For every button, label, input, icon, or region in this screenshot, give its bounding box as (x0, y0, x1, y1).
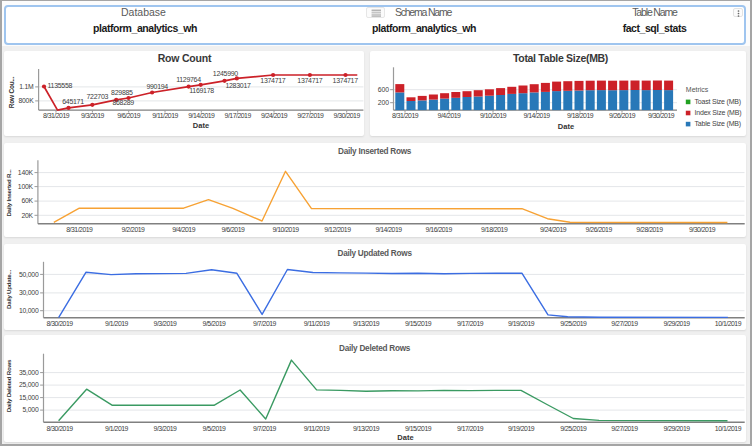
svg-text:Row Cou...: Row Cou... (8, 76, 15, 108)
svg-text:9/17/2019: 9/17/2019 (457, 320, 484, 327)
svg-text:9/29/2019: 9/29/2019 (663, 425, 690, 432)
svg-text:Date: Date (558, 122, 574, 131)
svg-text:8/31/2019: 8/31/2019 (392, 112, 419, 119)
svg-text:1374717: 1374717 (297, 77, 323, 84)
svg-text:Toast Size (MB): Toast Size (MB) (695, 98, 741, 106)
svg-text:Daily Inserted R...: Daily Inserted R... (5, 169, 12, 217)
svg-text:9/19/2019: 9/19/2019 (508, 425, 535, 432)
svg-text:868289: 868289 (112, 99, 134, 106)
svg-text:Daily Updated Rows: Daily Updated Rows (337, 249, 412, 258)
svg-text:9/10/2019: 9/10/2019 (480, 112, 507, 119)
svg-text:722703: 722703 (87, 93, 109, 100)
svg-text:9/1/2019: 9/1/2019 (105, 425, 128, 432)
svg-text:Daily Deleted Rows: Daily Deleted Rows (5, 359, 12, 412)
svg-text:9/16/2019: 9/16/2019 (426, 226, 453, 233)
svg-text:9/13/2019: 9/13/2019 (353, 425, 380, 432)
svg-text:829885: 829885 (111, 89, 133, 96)
svg-text:9/7/2019: 9/7/2019 (253, 425, 276, 432)
svg-text:600: 600 (378, 86, 390, 93)
svg-text:60K: 60K (21, 197, 33, 204)
svg-text:9/3/2019: 9/3/2019 (154, 320, 177, 327)
svg-text:9/3/2019: 9/3/2019 (154, 425, 177, 432)
svg-text:5,000: 5,000 (22, 406, 38, 413)
svg-text:9/1/2019: 9/1/2019 (105, 320, 128, 327)
svg-text:9/27/2019: 9/27/2019 (611, 425, 638, 432)
svg-text:9/3/2019: 9/3/2019 (81, 112, 104, 119)
svg-text:9/19/2019: 9/19/2019 (508, 320, 535, 327)
svg-text:9/15/2019: 9/15/2019 (405, 320, 432, 327)
svg-text:Metrics: Metrics (686, 86, 709, 93)
svg-text:9/17/2019: 9/17/2019 (225, 112, 252, 119)
svg-text:9/14/2019: 9/14/2019 (523, 112, 550, 119)
svg-text:1.1M: 1.1M (19, 83, 34, 90)
svg-text:9/29/2019: 9/29/2019 (663, 320, 690, 327)
svg-text:9/14/2019: 9/14/2019 (375, 226, 402, 233)
svg-text:10,000: 10,000 (19, 307, 39, 314)
svg-text:Row Count: Row Count (158, 52, 212, 64)
svg-text:1245990: 1245990 (213, 70, 239, 77)
svg-text:Table Size (MB): Table Size (MB) (695, 120, 741, 128)
svg-text:9/11/2019: 9/11/2019 (304, 320, 330, 327)
svg-text:1135558: 1135558 (48, 82, 73, 89)
svg-text:8/30/2019: 8/30/2019 (46, 320, 73, 327)
svg-text:140K: 140K (18, 169, 34, 176)
svg-text:9/7/2019: 9/7/2019 (253, 320, 276, 327)
svg-text:9/2/2019: 9/2/2019 (122, 226, 145, 233)
svg-text:25,000: 25,000 (19, 381, 39, 388)
svg-text:9/14/2019: 9/14/2019 (188, 112, 215, 119)
svg-text:8/30/2019: 8/30/2019 (46, 425, 73, 432)
svg-text:9/24/2019: 9/24/2019 (261, 112, 288, 119)
svg-text:9/5/2019: 9/5/2019 (203, 320, 226, 327)
svg-text:1129764: 1129764 (176, 76, 201, 83)
svg-text:Date: Date (193, 121, 209, 130)
svg-text:Date: Date (397, 433, 413, 442)
svg-text:9/30/2019: 9/30/2019 (689, 226, 716, 233)
svg-text:8/31/2019: 8/31/2019 (66, 226, 93, 233)
svg-text:Daily Deleted Rows: Daily Deleted Rows (339, 344, 411, 353)
svg-text:9/18/2019: 9/18/2019 (481, 226, 508, 233)
svg-text:9/6/2019: 9/6/2019 (221, 226, 244, 233)
svg-text:9/5/2019: 9/5/2019 (203, 425, 226, 432)
svg-text:10/1/2019: 10/1/2019 (715, 320, 742, 327)
svg-text:9/30/2019: 9/30/2019 (334, 112, 361, 119)
svg-text:200: 200 (378, 99, 390, 106)
svg-text:1283017: 1283017 (225, 82, 251, 89)
svg-text:9/17/2019: 9/17/2019 (457, 425, 484, 432)
svg-text:990194: 990194 (146, 83, 168, 90)
svg-text:9/11/2019: 9/11/2019 (152, 112, 178, 119)
svg-text:9/28/2019: 9/28/2019 (636, 226, 663, 233)
svg-text:100K: 100K (18, 183, 34, 190)
svg-text:10/1/2019: 10/1/2019 (715, 425, 742, 432)
svg-text:Daily Update...: Daily Update... (5, 270, 12, 309)
svg-text:645171: 645171 (62, 98, 84, 105)
svg-text:Total Table Size(MB): Total Table Size(MB) (513, 52, 608, 64)
svg-text:9/4/2019: 9/4/2019 (172, 226, 195, 233)
svg-text:1374717: 1374717 (260, 77, 286, 84)
svg-text:9/11/2019: 9/11/2019 (304, 425, 330, 432)
svg-text:9/4/2019: 9/4/2019 (438, 112, 461, 119)
svg-text:1374717: 1374717 (333, 77, 359, 84)
svg-text:9/6/2019: 9/6/2019 (117, 112, 140, 119)
svg-text:9/25/2019: 9/25/2019 (560, 425, 587, 432)
svg-text:9/30/2019: 9/30/2019 (648, 112, 675, 119)
svg-text:9/25/2019: 9/25/2019 (560, 320, 587, 327)
svg-text:Index Size (MB): Index Size (MB) (695, 109, 742, 117)
svg-text:9/24/2019: 9/24/2019 (540, 226, 567, 233)
svg-text:9/27/2019: 9/27/2019 (297, 112, 324, 119)
svg-text:1169178: 1169178 (189, 87, 214, 94)
svg-text:15,000: 15,000 (19, 394, 39, 401)
svg-text:9/13/2019: 9/13/2019 (353, 320, 380, 327)
svg-text:9/15/2019: 9/15/2019 (405, 425, 432, 432)
svg-text:50,000: 50,000 (19, 271, 39, 278)
svg-text:9/12/2019: 9/12/2019 (324, 226, 351, 233)
svg-text:9/26/2019: 9/26/2019 (609, 112, 636, 119)
svg-text:9/10/2019: 9/10/2019 (272, 226, 299, 233)
svg-text:8/31/2019: 8/31/2019 (43, 112, 70, 119)
svg-text:800K: 800K (18, 97, 34, 104)
svg-text:9/27/2019: 9/27/2019 (611, 320, 638, 327)
svg-text:9/18/2019: 9/18/2019 (567, 112, 594, 119)
svg-text:30,000: 30,000 (19, 289, 39, 296)
svg-text:Daily Inserted Rows: Daily Inserted Rows (338, 147, 412, 156)
svg-text:20K: 20K (21, 212, 33, 219)
svg-text:9/26/2019: 9/26/2019 (586, 226, 613, 233)
